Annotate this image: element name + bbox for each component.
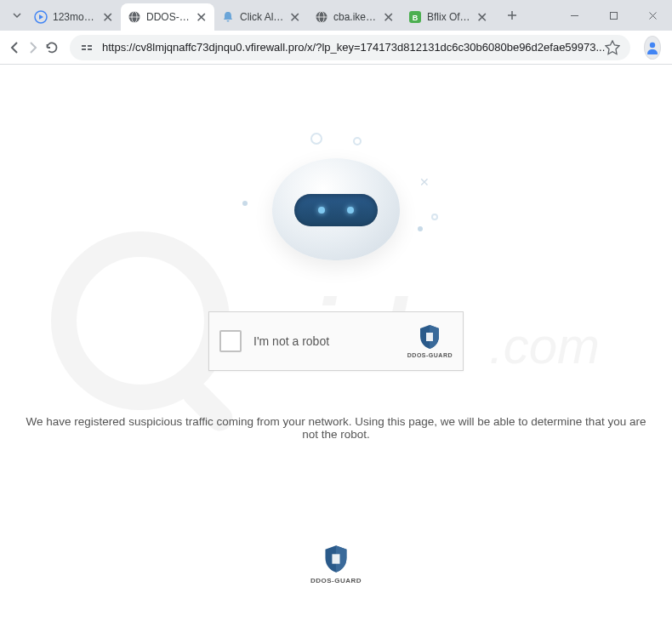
robot-illustration: ✕ <box>208 133 464 303</box>
close-icon[interactable]: ✕ <box>100 10 114 24</box>
globe-icon <box>315 10 328 24</box>
brand-label: DDOS-GUARD <box>310 577 362 584</box>
svg-rect-13 <box>82 48 86 50</box>
shield-icon <box>323 544 349 573</box>
page-content: risk .com ✕ I'm not a robot DDOS-GUARD W… <box>0 65 672 627</box>
url-text: https://cv8lmjqnaffc73djnqu0.vfirewall.p… <box>102 41 605 54</box>
forward-button[interactable] <box>26 34 41 61</box>
window-controls <box>555 0 672 31</box>
close-window-button[interactable] <box>633 3 672 28</box>
close-icon[interactable]: ✕ <box>288 10 301 24</box>
svg-rect-10 <box>610 12 617 19</box>
footer-logo: DDOS-GUARD <box>310 544 362 584</box>
captcha-checkbox[interactable] <box>219 330 242 352</box>
close-icon[interactable]: ✕ <box>194 10 208 24</box>
svg-text:B: B <box>413 14 419 22</box>
svg-rect-24 <box>332 554 339 563</box>
captcha-brand-logo: DDOS-GUARD <box>407 324 453 358</box>
captcha-label: I'm not a robot <box>253 334 407 348</box>
tab-click-allow[interactable]: Click Allow ✕ <box>214 3 308 31</box>
bookmark-star-icon[interactable] <box>605 40 620 55</box>
tab-title: Bflix Official <box>427 11 471 23</box>
tab-title: DDOS-GUARD <box>146 11 191 23</box>
svg-point-15 <box>650 42 655 47</box>
maximize-button[interactable] <box>594 3 633 28</box>
svg-text:.com: .com <box>489 317 600 374</box>
close-icon[interactable]: ✕ <box>475 10 488 24</box>
tab-ddos-guard[interactable]: DDOS-GUARD ✕ <box>121 3 214 31</box>
svg-point-19 <box>64 244 217 397</box>
tab-cba-ikeyma[interactable]: cba.ikeyma ✕ <box>308 3 401 31</box>
captcha-widget: I'm not a robot DDOS-GUARD <box>208 311 464 371</box>
tab-title: 123movies <box>53 11 97 23</box>
toolbar: https://cv8lmjqnaffc73djnqu0.vfirewall.p… <box>0 31 672 65</box>
back-button[interactable] <box>7 34 22 61</box>
tab-123movies[interactable]: 123movies ✕ <box>27 3 121 31</box>
tab-title: cba.ikeyma <box>333 11 378 23</box>
address-bar[interactable]: https://cv8lmjqnaffc73djnqu0.vfirewall.p… <box>70 35 630 60</box>
close-icon[interactable]: ✕ <box>381 10 395 24</box>
bell-icon <box>221 10 235 24</box>
svg-rect-14 <box>88 48 92 50</box>
tab-bflix[interactable]: B Bflix Official ✕ <box>401 3 495 31</box>
brand-label: DDOS-GUARD <box>407 352 453 358</box>
browser-chrome: 123movies ✕ DDOS-GUARD ✕ Click Allow ✕ c… <box>0 0 672 65</box>
reload-button[interactable] <box>44 34 60 61</box>
minimize-button[interactable] <box>555 3 594 28</box>
menu-button[interactable] <box>668 34 672 61</box>
new-tab-button[interactable] <box>500 3 524 27</box>
bflix-icon: B <box>408 10 422 24</box>
tab-title: Click Allow <box>240 11 284 23</box>
shield-icon <box>419 324 441 350</box>
site-settings-icon[interactable] <box>80 41 94 54</box>
profile-button[interactable] <box>644 36 661 60</box>
svg-rect-12 <box>88 45 92 47</box>
play-icon <box>34 10 48 24</box>
globe-icon <box>128 10 141 24</box>
tab-bar: 123movies ✕ DDOS-GUARD ✕ Click Allow ✕ c… <box>0 0 672 31</box>
svg-rect-11 <box>82 45 86 47</box>
tab-search-dropdown[interactable] <box>7 5 27 26</box>
suspicious-traffic-message: We have registered suspicious traffic co… <box>0 415 672 441</box>
svg-rect-23 <box>426 333 433 341</box>
